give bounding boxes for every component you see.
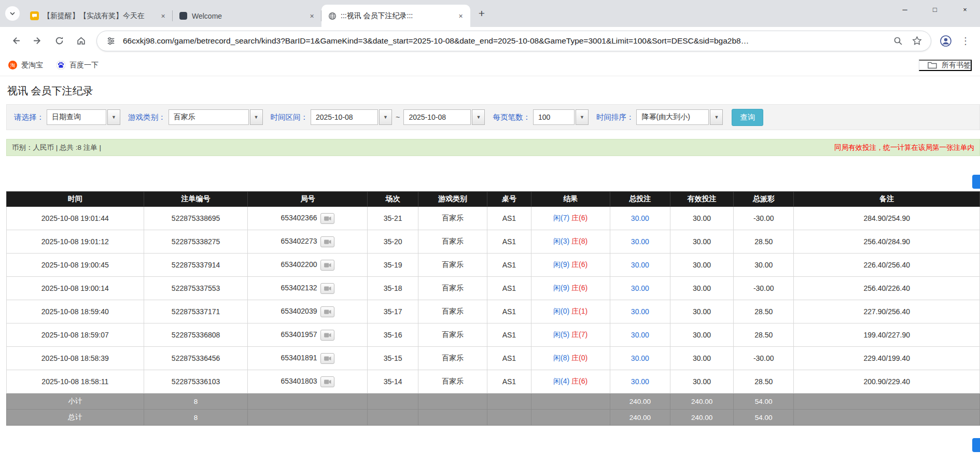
tab-close-icon[interactable]: × bbox=[455, 10, 466, 21]
edge-button-top[interactable] bbox=[972, 175, 980, 189]
back-button[interactable] bbox=[5, 31, 26, 51]
cell-round: 653401803 bbox=[248, 370, 368, 393]
tab-forum[interactable]: 【新提醒】【实战有奖】今天在 × bbox=[24, 5, 173, 27]
video-replay-button[interactable] bbox=[320, 236, 334, 247]
video-replay-button[interactable] bbox=[320, 306, 334, 317]
tab-strip: 【新提醒】【实战有奖】今天在 × Welcome × :::视讯 会员下注纪录:… bbox=[0, 0, 490, 27]
video-replay-button[interactable] bbox=[320, 330, 334, 341]
subtotal-payout: 54.00 bbox=[734, 393, 794, 410]
video-replay-button[interactable] bbox=[320, 213, 334, 224]
header-session: 场次 bbox=[368, 192, 418, 207]
bookmark-star-icon[interactable] bbox=[910, 34, 923, 48]
tab-search-button[interactable] bbox=[5, 6, 20, 21]
summary-bar: 币别：人民币 | 总共 :8 注单 | 同局有效投注，统一计算在该局第一张注单内 bbox=[6, 139, 980, 156]
tab-close-icon[interactable]: × bbox=[158, 10, 169, 21]
bookmark-label: 百度一下 bbox=[69, 61, 99, 70]
site-info-icon[interactable] bbox=[104, 34, 118, 48]
result-player: 闲(0) bbox=[553, 307, 569, 315]
video-replay-button[interactable] bbox=[320, 283, 334, 294]
cell-time: 2025-10-08 19:00:45 bbox=[7, 254, 144, 277]
search-button[interactable]: 查询 bbox=[732, 109, 763, 126]
profile-avatar[interactable] bbox=[936, 32, 955, 50]
query-type-input[interactable] bbox=[47, 109, 106, 125]
combo-arrow-icon[interactable]: ▼ bbox=[576, 109, 589, 125]
date-start-input[interactable] bbox=[311, 109, 378, 125]
total-label: 总计 bbox=[7, 410, 144, 426]
table-row: 2025-10-08 19:01:44 522875338695 6534023… bbox=[7, 207, 980, 230]
home-icon bbox=[76, 36, 86, 46]
date-end-combobox: ▼ bbox=[403, 109, 485, 125]
cell-valid-bet: 30.00 bbox=[670, 254, 734, 277]
total-bet-link[interactable]: 30.00 bbox=[631, 307, 649, 316]
bookmark-baidu[interactable]: 百度一下 bbox=[57, 61, 99, 70]
cell-total-bet: 30.00 bbox=[610, 300, 670, 324]
combo-arrow-icon[interactable]: ▼ bbox=[107, 109, 120, 125]
minimize-icon[interactable]: ─ bbox=[890, 0, 920, 19]
result-player: 闲(9) bbox=[553, 260, 569, 269]
video-camera-icon bbox=[324, 332, 332, 338]
total-bet-link[interactable]: 30.00 bbox=[631, 214, 649, 222]
cell-game-type: 百家乐 bbox=[418, 230, 487, 254]
tab-bet-record[interactable]: :::视讯 会员下注纪录::: × bbox=[321, 5, 470, 27]
zoom-icon[interactable] bbox=[891, 34, 905, 48]
url-text[interactable]: 66cxkj98.com/game/betrecord_search/kind3… bbox=[123, 36, 886, 46]
result-player: 闲(5) bbox=[553, 330, 569, 339]
subtotal-label: 小计 bbox=[7, 393, 144, 410]
menu-kebab-icon[interactable]: ⋮ bbox=[956, 32, 975, 50]
edge-button-bottom[interactable] bbox=[972, 438, 980, 452]
total-bet-link[interactable]: 30.00 bbox=[631, 331, 649, 339]
result-banker: 庄(6) bbox=[571, 284, 587, 292]
cell-table-no: AS1 bbox=[487, 254, 531, 277]
result-player: 闲(7) bbox=[553, 214, 569, 222]
cell-table-no: AS1 bbox=[487, 370, 531, 393]
reload-button[interactable] bbox=[49, 31, 69, 51]
maximize-icon[interactable]: □ bbox=[920, 0, 950, 19]
close-icon[interactable]: × bbox=[950, 0, 980, 19]
new-tab-button[interactable]: + bbox=[473, 5, 490, 22]
tab-welcome[interactable]: Welcome × bbox=[173, 5, 321, 27]
video-camera-icon bbox=[324, 216, 332, 221]
date-end-input[interactable] bbox=[403, 109, 471, 125]
total-bet-link[interactable]: 30.00 bbox=[631, 354, 649, 362]
cell-session: 35-20 bbox=[368, 230, 418, 254]
video-replay-button[interactable] bbox=[320, 353, 334, 364]
round-number: 653401891 bbox=[281, 354, 317, 362]
forward-button[interactable] bbox=[27, 31, 48, 51]
cell-result: 闲(3) 庄(8) bbox=[531, 230, 610, 254]
sort-input[interactable] bbox=[636, 109, 709, 125]
result-player: 闲(4) bbox=[553, 377, 569, 385]
video-camera-icon bbox=[324, 356, 332, 361]
cell-payout: -30.00 bbox=[734, 207, 794, 230]
window-controls: ─ □ × bbox=[890, 0, 980, 19]
combo-arrow-icon[interactable]: ▼ bbox=[379, 109, 392, 125]
video-camera-icon bbox=[324, 239, 332, 245]
total-bet-link[interactable]: 30.00 bbox=[631, 261, 649, 269]
result-banker: 庄(8) bbox=[571, 237, 587, 245]
per-page-input[interactable] bbox=[533, 109, 575, 125]
video-replay-button[interactable] bbox=[320, 376, 334, 387]
cell-time: 2025-10-08 18:58:39 bbox=[7, 347, 144, 370]
total-bet-link[interactable]: 30.00 bbox=[631, 284, 649, 292]
tab-close-icon[interactable]: × bbox=[306, 10, 317, 21]
cell-valid-bet: 30.00 bbox=[670, 300, 734, 324]
cell-game-type: 百家乐 bbox=[418, 207, 487, 230]
bookmark-taobao[interactable]: 淘 爱淘宝 bbox=[8, 61, 43, 70]
combo-arrow-icon[interactable]: ▼ bbox=[472, 109, 485, 125]
total-bet-link[interactable]: 30.00 bbox=[631, 237, 649, 246]
cell-total-bet: 30.00 bbox=[610, 207, 670, 230]
all-bookmarks-button[interactable]: 所有书签 bbox=[919, 60, 972, 71]
cell-session: 35-21 bbox=[368, 207, 418, 230]
home-button[interactable] bbox=[71, 31, 91, 51]
cell-bet-id: 522875337171 bbox=[144, 300, 248, 324]
address-bar[interactable]: 66cxkj98.com/game/betrecord_search/kind3… bbox=[96, 31, 931, 51]
video-replay-button[interactable] bbox=[320, 260, 334, 271]
total-bet-link[interactable]: 30.00 bbox=[631, 377, 649, 386]
combo-arrow-icon[interactable]: ▼ bbox=[710, 109, 723, 125]
game-type-input[interactable] bbox=[169, 109, 249, 125]
cell-round: 653402366 bbox=[248, 207, 368, 230]
forward-icon bbox=[33, 36, 43, 46]
subtotal-count: 8 bbox=[144, 393, 248, 410]
combo-arrow-icon[interactable]: ▼ bbox=[250, 109, 263, 125]
header-time: 时间 bbox=[7, 192, 144, 207]
per-page-combobox: ▼ bbox=[533, 109, 589, 125]
